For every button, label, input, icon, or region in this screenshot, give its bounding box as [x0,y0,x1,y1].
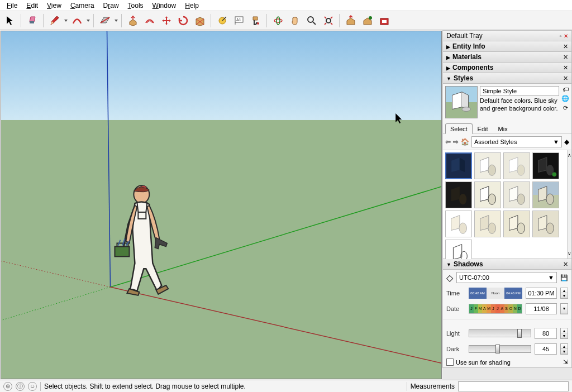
viewport-3d[interactable] [1,31,442,379]
menu-tools[interactable]: Tools [123,1,148,11]
svg-point-43 [459,223,466,233]
shadows-toggle-icon[interactable]: ◇ [446,273,453,283]
dark-spinner[interactable]: ▲▼ [560,343,568,355]
style-swatch[interactable] [503,152,530,179]
nav-home-icon[interactable]: 🏠 [461,138,469,146]
tool-pencil-dropdown[interactable] [64,13,68,28]
tool-arc-dropdown[interactable] [86,13,90,28]
menu-edit[interactable]: Edit [22,1,42,11]
tool-eraser[interactable] [25,13,40,28]
status-hint: Select objects. Shift to extend select. … [44,383,403,390]
tool-offset[interactable] [142,13,158,28]
tool-move[interactable] [159,13,174,28]
date-slider[interactable]: JFMAMJJASOND [469,304,522,314]
tool-select[interactable] [2,13,18,28]
menu-draw[interactable]: Draw [99,1,123,11]
panel-entity-info[interactable]: ▶Entity Info ✕ [442,41,572,52]
panel-styles-close[interactable]: ✕ [563,75,568,82]
scene-canvas[interactable] [1,31,441,379]
panel-shadows-close[interactable]: ✕ [563,261,568,268]
main: Default Tray ▫ ✕ ▶Entity Info ✕ ▶Materia… [0,30,572,380]
menu-view[interactable]: View [42,1,66,11]
dark-slider[interactable] [469,345,531,353]
panel-shadows-body: ◇ UTC-07:00▼ 💾 Time 06:42 AM Noon 04:46 … [442,270,572,368]
tool-zoom[interactable] [304,13,320,28]
tool-pan[interactable] [287,13,303,28]
tab-edit[interactable]: Edit [473,123,493,134]
date-spinner[interactable]: ▼ [560,303,568,314]
date-input[interactable] [526,303,557,314]
tray-close-icon[interactable]: ✕ [564,33,568,39]
panel-components[interactable]: ▶Components ✕ [442,63,572,73]
style-collection-combo[interactable]: Assorted Styles▼ [471,136,562,147]
geo-icon[interactable]: ⊕ [3,382,12,391]
measurements-input[interactable] [458,381,569,391]
style-swatch[interactable] [474,181,501,208]
tool-rotate[interactable] [175,13,191,28]
style-swatch[interactable] [532,181,559,208]
style-swatch[interactable] [532,211,559,237]
tool-extension-warehouse[interactable] [376,13,392,28]
dark-input[interactable] [535,343,557,355]
styles-scrollbar[interactable]: ∧∨ [567,150,571,259]
menu-camera[interactable]: Camera [66,1,99,11]
nav-fwd-icon[interactable]: ⇨ [453,138,459,146]
use-sun-checkbox[interactable] [446,358,454,366]
style-new-icon[interactable]: 🌐 [561,95,569,102]
menu-help[interactable]: Help [180,1,203,11]
style-update-icon[interactable]: ⟳ [563,104,568,112]
style-swatch[interactable] [445,181,472,208]
shadows-expand-icon[interactable]: ⇲ [563,358,568,366]
panel-materials[interactable]: ▶Materials ✕ [442,52,572,63]
style-display-icon[interactable]: 🏷 [563,86,569,93]
tool-3dwarehouse-get[interactable] [343,13,359,28]
light-input[interactable] [535,328,557,339]
menu-window[interactable]: Window [148,1,181,11]
tool-tape[interactable] [214,13,230,28]
time-input[interactable] [526,288,557,299]
shadow-save-icon[interactable]: 💾 [560,274,568,281]
style-swatch[interactable] [532,152,559,179]
time-spinner[interactable]: ▲▼ [560,288,568,299]
tool-scale[interactable] [192,13,208,28]
tool-pushpull[interactable] [125,13,141,28]
tool-arc[interactable] [69,13,85,28]
menu-file[interactable]: File [2,1,22,11]
style-swatch[interactable] [474,211,501,237]
tool-pencil[interactable] [47,13,63,28]
panel-materials-close[interactable]: ✕ [563,54,568,61]
style-description: Default face colors. Blue sky and green … [480,97,559,113]
tray-title[interactable]: Default Tray ▫ ✕ [442,30,572,41]
panel-styles[interactable]: ▼Styles ✕ [442,73,572,84]
style-name-input[interactable] [480,86,559,96]
tool-rectangle-dropdown[interactable] [114,13,118,28]
style-swatch[interactable] [503,181,530,208]
nav-back-icon[interactable]: ⇦ [445,138,451,146]
tab-mix[interactable]: Mix [493,123,513,134]
timezone-combo[interactable]: UTC-07:00▼ [456,272,557,283]
current-style-thumb[interactable] [445,86,478,118]
light-slider[interactable] [469,329,531,337]
style-swatch[interactable] [474,152,501,179]
details-icon[interactable]: ◆ [564,138,569,146]
tool-rectangle[interactable] [97,13,113,28]
style-swatch[interactable] [503,211,530,237]
svg-point-27 [488,165,495,175]
light-spinner[interactable]: ▲▼ [560,328,568,339]
tool-zoom-extents[interactable] [321,13,336,28]
style-swatch[interactable] [445,211,472,237]
tab-select[interactable]: Select [445,123,473,134]
panel-entity-close[interactable]: ✕ [563,43,568,50]
style-swatch[interactable] [445,152,472,179]
tray-pin-icon[interactable]: ▫ [559,33,561,39]
credits-icon[interactable]: ⓘ [16,382,25,391]
panel-shadows[interactable]: ▼Shadows ✕ [442,259,572,270]
tool-text[interactable]: A1 [231,13,247,28]
tool-orbit[interactable] [270,13,286,28]
svg-point-41 [546,194,554,204]
tool-3dwarehouse-share[interactable] [360,13,375,28]
panel-components-close[interactable]: ✕ [563,64,568,71]
person-icon[interactable]: ☺ [28,382,37,391]
time-slider[interactable]: 06:42 AM Noon 04:46 PM [469,288,522,299]
tool-paint[interactable] [248,13,264,28]
